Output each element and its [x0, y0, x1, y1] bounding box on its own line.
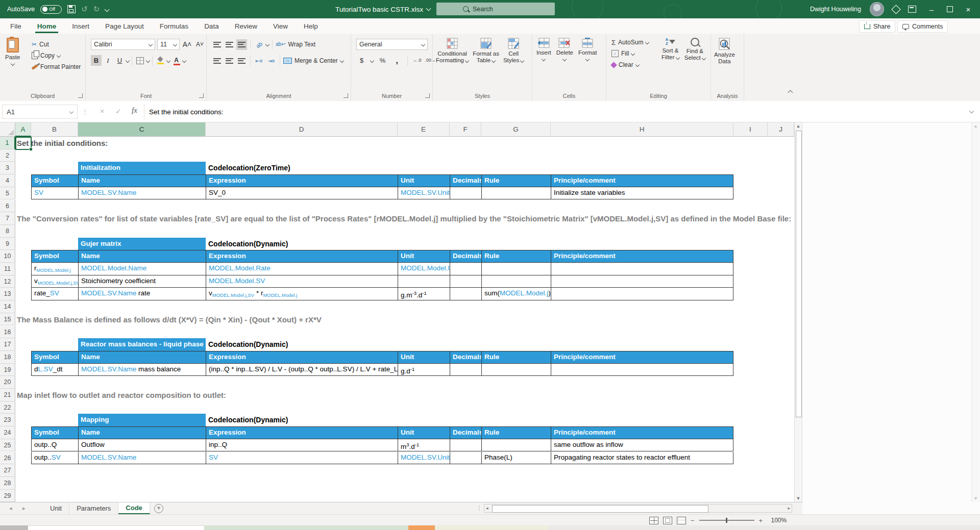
borders-button[interactable] [135, 55, 145, 66]
cell-B5[interactable]: SV [31, 187, 78, 200]
vertical-scrollbar-thumb[interactable] [796, 131, 802, 417]
formula-bar-handle[interactable]: ⋮ [82, 108, 88, 115]
formula-bar-content[interactable]: Set the initial conditions: [149, 101, 224, 122]
name-box[interactable]: A1 [2, 105, 78, 119]
search-box[interactable]: Search [436, 3, 555, 15]
row-header-15[interactable]: 15 [0, 313, 15, 326]
cell-A21[interactable]: Map inlet flow to outlet and reactor com… [17, 389, 782, 401]
row-header-21[interactable]: 21 [0, 389, 15, 401]
row-header-29[interactable]: 29 [0, 490, 15, 502]
zoom-out-icon[interactable]: − [691, 517, 695, 524]
row-header-13[interactable]: 13 [0, 288, 15, 300]
row-header-5[interactable]: 5 [0, 187, 15, 200]
row-header-22[interactable]: 22 [0, 401, 15, 414]
cell-E26[interactable]: MODEL.SV.Unit [398, 452, 450, 465]
page-break-view-icon[interactable] [677, 517, 686, 524]
restore-button[interactable] [947, 6, 953, 12]
cell-G13[interactable]: sum(MODEL.Model.j) [481, 288, 551, 300]
table-codelocation[interactable]: Codelocation(Dynamic) [208, 414, 400, 426]
cell-E25[interactable]: m3.d-1 [398, 439, 450, 452]
alignment-dialog-launcher-icon[interactable] [344, 93, 348, 98]
tab-review[interactable]: Review [234, 22, 258, 30]
autosave-toggle[interactable]: Off [40, 5, 62, 14]
cell-F25[interactable] [450, 439, 481, 452]
table-header-unit[interactable]: Unit [398, 250, 450, 263]
row-header-7[interactable]: 7 [0, 212, 15, 225]
tab-file[interactable]: File [9, 22, 22, 30]
cell-H12[interactable] [551, 275, 733, 288]
row-header-4[interactable]: 4 [0, 174, 15, 187]
row-header-18[interactable]: 18 [0, 351, 15, 364]
row-header-8[interactable]: 8 [0, 225, 15, 238]
share-button[interactable]: Share [859, 20, 895, 33]
avatar[interactable] [870, 2, 884, 16]
column-header-J[interactable]: J [768, 122, 794, 137]
cell-G19[interactable] [481, 364, 551, 376]
underline-button[interactable]: U [114, 55, 125, 66]
column-header-A[interactable]: A [15, 122, 31, 137]
tab-formulas[interactable]: Formulas [159, 22, 189, 30]
zoom-in-icon[interactable]: + [759, 517, 763, 524]
cell-D26[interactable]: SV [206, 452, 398, 465]
active-cell-A1[interactable] [15, 137, 32, 150]
sheet-nav-right-icon[interactable]: ▸ [22, 505, 26, 512]
wrap-text-button[interactable]: ab↩Wrap Text [276, 39, 315, 50]
far-right-scrollbar[interactable]: ▲ ▼ [971, 122, 979, 502]
table-header-decimals[interactable]: Decimals [450, 426, 481, 439]
sort-filter-button[interactable]: AZ Sort &Filter [662, 38, 679, 61]
cell-F19[interactable] [450, 364, 481, 376]
font-name-combo[interactable]: Calibri [91, 39, 155, 50]
decrease-font-icon[interactable]: A˅ [194, 39, 205, 49]
table-header-expression[interactable]: Expression [206, 351, 398, 364]
cell-C19[interactable]: MODEL.SV.Name mass balance [78, 364, 206, 376]
middle-align-button[interactable] [224, 39, 235, 50]
row-header-12[interactable]: 12 [0, 275, 15, 288]
column-header-C[interactable]: C [78, 122, 206, 137]
row-header-2[interactable]: 2 [0, 149, 15, 162]
italic-button[interactable]: I [103, 55, 113, 66]
quick-access-chevron-icon[interactable] [105, 7, 110, 12]
table-codelocation[interactable]: Codelocation(Dynamic) [208, 238, 400, 250]
table-header-rule[interactable]: Rule [481, 426, 551, 439]
zoom-slider[interactable] [699, 520, 754, 521]
table-codelocation[interactable]: Codelocation(ZeroTime) [208, 162, 400, 174]
insert-function-icon[interactable]: fx [132, 106, 137, 115]
cell-E5[interactable]: MODEL.SV.Unit [398, 187, 450, 200]
tab-view[interactable]: View [272, 22, 289, 30]
table-title[interactable]: Mapping [78, 414, 206, 426]
analyze-data-button[interactable]: AnalyzeData [714, 38, 735, 65]
cell-F11[interactable] [450, 263, 481, 275]
comma-style-button[interactable]: , [391, 55, 402, 66]
horizontal-scrollbar[interactable]: ◂ ▸ [484, 504, 792, 513]
cell-C25[interactable]: Outflow [78, 439, 206, 452]
minimize-button[interactable]: – [925, 5, 938, 14]
column-header-F[interactable]: F [450, 122, 481, 137]
table-header-rule[interactable]: Rule [481, 351, 551, 364]
table-header-unit[interactable]: Unit [398, 174, 450, 187]
font-size-combo[interactable]: 11 [157, 39, 180, 50]
column-header-B[interactable]: B [31, 122, 78, 137]
cell-F5[interactable] [450, 187, 481, 200]
page-layout-view-icon[interactable] [663, 517, 672, 524]
zoom-level[interactable]: 100% [767, 517, 787, 524]
cell-F12[interactable] [450, 275, 481, 288]
bold-button[interactable]: B [91, 55, 102, 66]
ribbon-display-options-icon[interactable] [908, 6, 916, 13]
table-header-unit[interactable]: Unit [398, 351, 450, 364]
table-header-decimals[interactable]: Decimals [450, 351, 481, 364]
cell-D19[interactable]: (inp..Q * inp..L.SV) / L.V - (outp..Q * … [206, 364, 398, 376]
tab-help[interactable]: Help [303, 22, 319, 30]
conditional-formatting-button[interactable]: ConditionalFormatting [436, 38, 469, 64]
table-header-name[interactable]: Name [78, 351, 206, 364]
table-header-symbol[interactable]: Symbol [31, 426, 78, 439]
cell-A15[interactable]: The Mass Balance is defined as follows d… [17, 313, 782, 326]
cell-C5[interactable]: MODEL.SV.Name [78, 187, 206, 200]
normal-view-icon[interactable] [649, 517, 658, 524]
table-header-principle-comment[interactable]: Principle/comment [551, 426, 733, 439]
cell-H19[interactable] [551, 364, 733, 376]
cell-G25[interactable] [481, 439, 551, 452]
premium-gem-icon[interactable] [891, 5, 900, 14]
merge-center-button[interactable]: ↔Merge & Center [283, 55, 344, 66]
clear-button[interactable]: Clear [611, 59, 649, 70]
cancel-icon[interactable]: × [100, 107, 104, 115]
